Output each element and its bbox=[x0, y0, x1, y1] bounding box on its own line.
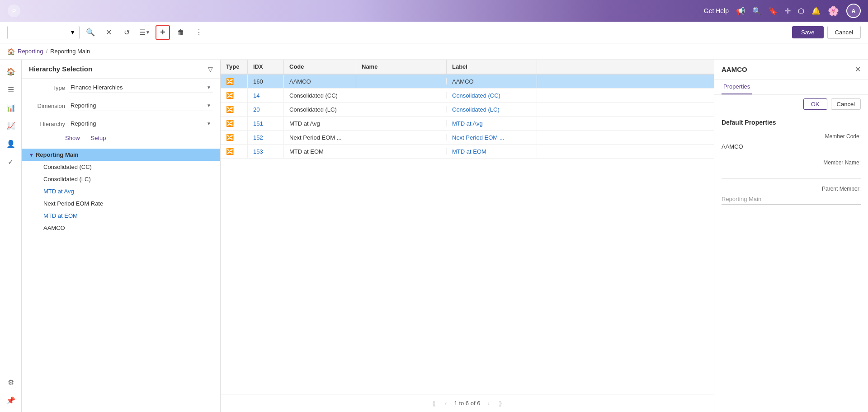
pagination: ⟪ ‹ 1 to 6 of 6 › ⟫ bbox=[221, 394, 714, 412]
member-code-input[interactable] bbox=[722, 141, 861, 152]
app-logo: P bbox=[7, 4, 21, 18]
list-view-button[interactable]: ☰ ▼ bbox=[137, 25, 152, 40]
grid-row-4[interactable]: 🔀152Next Period EOM ...Next Period EOM .… bbox=[221, 131, 714, 145]
search-icon[interactable]: 🔍 bbox=[752, 7, 761, 15]
grid-cell-type-5: 🔀 bbox=[221, 145, 248, 158]
sidebar-settings-icon[interactable]: ⚙ bbox=[3, 374, 19, 390]
left-sidebar: 🏠 ☰ 📊 📈 👤 ✓ ⚙ 📌 bbox=[0, 60, 22, 412]
add-button[interactable]: + bbox=[156, 25, 170, 40]
breadcrumb-reporting-link[interactable]: Reporting bbox=[18, 48, 43, 55]
grid-cell-type-3: 🔀 bbox=[221, 117, 248, 130]
tree-item-mtd-eom[interactable]: MTD at EOM bbox=[22, 210, 220, 222]
tree-item-next-period-eom[interactable]: Next Period EOM Rate bbox=[22, 197, 220, 210]
properties-close-icon[interactable]: ✕ bbox=[855, 65, 861, 74]
sidebar-home-icon[interactable]: 🏠 bbox=[3, 63, 19, 80]
show-link[interactable]: Show bbox=[65, 135, 80, 141]
member-name-input[interactable] bbox=[722, 168, 861, 178]
home-icon[interactable]: 🏠 bbox=[7, 48, 15, 55]
grid-cell-label-0: AAMCO bbox=[447, 75, 537, 88]
flower-logo: 🌸 bbox=[828, 5, 839, 16]
grid-header: Type IDX Code Name Label bbox=[221, 60, 714, 75]
delete-button[interactable]: 🗑 bbox=[174, 25, 188, 40]
tree-item-consolidated-cc[interactable]: Consolidated (CC) bbox=[22, 161, 220, 173]
properties-panel: AAMCO ✕ Properties OK Cancel Default Pro… bbox=[714, 60, 868, 412]
grid-row-3[interactable]: 🔀151MTD at AvgMTD at Avg bbox=[221, 117, 714, 131]
grid-cell-name-3 bbox=[356, 120, 447, 126]
dimension-select-wrapper: Reporting ▼ bbox=[69, 100, 213, 111]
hierarchy-select[interactable]: Reporting bbox=[69, 118, 213, 129]
type-select[interactable]: Finance Hierarchies bbox=[69, 82, 213, 93]
dimension-select[interactable]: Reporting bbox=[69, 100, 213, 111]
clear-button[interactable]: ✕ bbox=[101, 25, 116, 40]
tree-item-consolidated-lc[interactable]: Consolidated (LC) bbox=[22, 173, 220, 185]
cancel-button[interactable]: Cancel bbox=[827, 26, 861, 39]
toolbar-dropdown[interactable]: ▼ bbox=[7, 26, 80, 39]
col-header-code: Code bbox=[284, 60, 356, 74]
properties-tabs: Properties bbox=[714, 80, 868, 95]
grid-cell-code-2: Consolidated (LC) bbox=[284, 103, 356, 116]
more-button[interactable]: ⋮ bbox=[192, 25, 206, 40]
grid-cell-idx-2[interactable]: 20 bbox=[248, 103, 284, 116]
grid-cell-code-4: Next Period EOM ... bbox=[284, 131, 356, 144]
sidebar-check-icon[interactable]: ✓ bbox=[3, 154, 19, 170]
last-page-button[interactable]: ⟫ bbox=[497, 399, 504, 408]
hierarchy-filter-row: Hierarchy Reporting ▼ bbox=[22, 115, 220, 133]
tree-item-label: Next Period EOM Rate bbox=[43, 200, 103, 207]
grid-cell-name-0 bbox=[356, 78, 447, 84]
grid-cell-label-4: Next Period EOM ... bbox=[447, 131, 537, 144]
parent-member-input[interactable] bbox=[722, 194, 861, 205]
bookmark-icon[interactable]: 🔖 bbox=[769, 7, 778, 15]
tree-item-label: Consolidated (LC) bbox=[43, 176, 91, 183]
top-nav-right: Get Help 📢 🔍 🔖 ✛ ⬡ 🔔 🌸 A bbox=[704, 4, 861, 18]
grid-row-0[interactable]: 🔀160AAMCOAAMCO bbox=[221, 75, 714, 89]
prop-cancel-button[interactable]: Cancel bbox=[831, 98, 861, 110]
grid-cell-idx-4[interactable]: 152 bbox=[248, 131, 284, 144]
grid-cell-code-3: MTD at Avg bbox=[284, 117, 356, 130]
type-select-wrapper: Finance Hierarchies ▼ bbox=[69, 82, 213, 93]
hierarchy-label: Hierarchy bbox=[29, 121, 65, 127]
grid-cell-idx-0[interactable]: 160 bbox=[248, 75, 284, 88]
tree-item-mtd-avg[interactable]: MTD at Avg bbox=[22, 185, 220, 197]
save-button[interactable]: Save bbox=[792, 26, 824, 38]
grid-cell-type-4: 🔀 bbox=[221, 131, 248, 144]
user-avatar[interactable]: A bbox=[846, 4, 861, 18]
grid-cell-idx-3[interactable]: 151 bbox=[248, 117, 284, 130]
get-help-link[interactable]: Get Help bbox=[704, 7, 729, 14]
sidebar-chart-icon[interactable]: 📊 bbox=[3, 99, 19, 116]
hierarchy-panel: Hierarchy Selection ▽ Type Finance Hiera… bbox=[22, 60, 221, 412]
first-page-button[interactable]: ⟪ bbox=[430, 399, 438, 408]
megaphone-icon[interactable]: 📢 bbox=[736, 7, 745, 15]
refresh-button[interactable]: ↺ bbox=[119, 25, 134, 40]
parent-member-field: Parent Member: bbox=[722, 186, 861, 205]
grid-row-2[interactable]: 🔀20Consolidated (LC)Consolidated (LC) bbox=[221, 103, 714, 117]
tree-item-aamco[interactable]: AAMCO bbox=[22, 222, 220, 234]
grid-cell-label-3: MTD at Avg bbox=[447, 117, 537, 130]
show-setup-row: Show Setup bbox=[22, 133, 220, 145]
sidebar-analytics-icon[interactable]: 📈 bbox=[3, 117, 19, 134]
sidebar-pin-icon[interactable]: 📌 bbox=[3, 392, 19, 408]
grid-row-5[interactable]: 🔀153MTD at EOMMTD at EOM bbox=[221, 145, 714, 159]
tab-properties[interactable]: Properties bbox=[722, 80, 752, 94]
tree-item-label: AAMCO bbox=[43, 225, 65, 231]
tree-item-reporting-main[interactable]: ▼Reporting Main bbox=[22, 149, 220, 161]
hierarchy-collapse-icon[interactable]: ▽ bbox=[208, 66, 213, 73]
grid-cell-idx-5[interactable]: 153 bbox=[248, 145, 284, 158]
settings-icon[interactable]: ✛ bbox=[785, 7, 791, 15]
bell-icon[interactable]: 🔔 bbox=[811, 7, 821, 15]
cube-icon[interactable]: ⬡ bbox=[798, 7, 804, 15]
dropdown-arrow-icon: ▼ bbox=[70, 29, 75, 36]
sidebar-people-icon[interactable]: 👤 bbox=[3, 136, 19, 152]
main-area: 🏠 ☰ 📊 📈 👤 ✓ ⚙ 📌 Hierarchy Selection ▽ Ty… bbox=[0, 60, 868, 412]
next-page-button[interactable]: › bbox=[486, 399, 491, 408]
svg-text:P: P bbox=[12, 8, 16, 14]
grid-cell-idx-1[interactable]: 14 bbox=[248, 89, 284, 102]
setup-link[interactable]: Setup bbox=[91, 135, 106, 141]
grid-row-1[interactable]: 🔀14Consolidated (CC)Consolidated (CC) bbox=[221, 89, 714, 103]
tree-item-label: MTD at EOM bbox=[43, 212, 78, 219]
hierarchy-select-wrapper: Reporting ▼ bbox=[69, 118, 213, 129]
prop-ok-button[interactable]: OK bbox=[803, 98, 827, 110]
prev-page-button[interactable]: ‹ bbox=[443, 399, 449, 408]
dimension-label: Dimension bbox=[29, 103, 65, 109]
search-toolbar-button[interactable]: 🔍 bbox=[83, 25, 98, 40]
sidebar-nav-icon[interactable]: ☰ bbox=[3, 81, 19, 98]
